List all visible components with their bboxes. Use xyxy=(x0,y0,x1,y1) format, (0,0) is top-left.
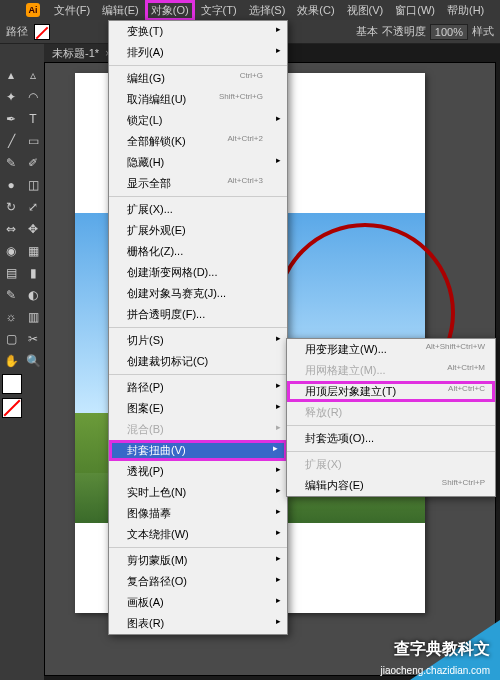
doc-title: 未标题-1* xyxy=(52,46,99,61)
menu-clip-mask[interactable]: 剪切蒙版(M) xyxy=(109,550,287,571)
slice-tool[interactable]: ✂ xyxy=(22,328,44,350)
submenu-edit-content[interactable]: 编辑内容(E)Shift+Ctrl+P xyxy=(287,475,495,496)
watermark-text: 查字典教科文 xyxy=(394,639,490,660)
menubar: Ai 文件(F) 编辑(E) 对象(O) 文字(T) 选择(S) 效果(C) 视… xyxy=(0,0,500,20)
menu-effect[interactable]: 效果(C) xyxy=(291,0,340,21)
brush-tool[interactable]: ✎ xyxy=(0,152,22,174)
menu-object[interactable]: 对象(O) xyxy=(145,0,195,21)
menu-graph[interactable]: 图表(R) xyxy=(109,613,287,634)
menu-expand[interactable]: 扩展(X)... xyxy=(109,199,287,220)
separator xyxy=(109,196,287,197)
menu-text-wrap[interactable]: 文本绕排(W) xyxy=(109,524,287,545)
width-tool[interactable]: ⇔ xyxy=(0,218,22,240)
menu-gradient-mesh[interactable]: 创建渐变网格(D)... xyxy=(109,262,287,283)
menu-arrange[interactable]: 排列(A) xyxy=(109,42,287,63)
shape-tool[interactable]: ◉ xyxy=(0,240,22,262)
eyedropper-tool[interactable]: ✎ xyxy=(0,284,22,306)
object-menu: 变换(T) 排列(A) 编组(G)Ctrl+G 取消编组(U)Shift+Ctr… xyxy=(108,20,288,635)
blob-tool[interactable]: ● xyxy=(0,174,22,196)
separator xyxy=(109,65,287,66)
type-tool[interactable]: T xyxy=(22,108,44,130)
menu-compound-path[interactable]: 复合路径(O) xyxy=(109,571,287,592)
eraser-tool[interactable]: ◫ xyxy=(22,174,44,196)
separator xyxy=(109,547,287,548)
menu-ungroup[interactable]: 取消编组(U)Shift+Ctrl+G xyxy=(109,89,287,110)
separator xyxy=(287,451,495,452)
rotate-tool[interactable]: ↻ xyxy=(0,196,22,218)
fill-color[interactable] xyxy=(2,374,22,394)
app-window: Ai 文件(F) 编辑(E) 对象(O) 文字(T) 选择(S) 效果(C) 视… xyxy=(0,0,500,680)
submenu-make-warp[interactable]: 用变形建立(W)...Alt+Shift+Ctrl+W xyxy=(287,339,495,360)
zoom-tool[interactable]: 🔍 xyxy=(22,350,44,372)
graph-tool[interactable]: ▥ xyxy=(22,306,44,328)
submenu-make-top-object[interactable]: 用顶层对象建立(T)Alt+Ctrl+C xyxy=(287,381,495,402)
perspective-tool[interactable]: ▦ xyxy=(22,240,44,262)
menu-window[interactable]: 窗口(W) xyxy=(389,0,441,21)
line-tool[interactable]: ╱ xyxy=(0,130,22,152)
menu-mosaic[interactable]: 创建对象马赛克(J)... xyxy=(109,283,287,304)
menu-image-trace[interactable]: 图像描摹 xyxy=(109,503,287,524)
free-tool[interactable]: ✥ xyxy=(22,218,44,240)
envelope-submenu: 用变形建立(W)...Alt+Shift+Ctrl+W 用网格建立(M)...A… xyxy=(286,338,496,497)
menu-artboard[interactable]: 画板(A) xyxy=(109,592,287,613)
fill-swatch[interactable] xyxy=(34,24,50,40)
wand-tool[interactable]: ✦ xyxy=(0,86,22,108)
separator xyxy=(109,374,287,375)
menu-flatten[interactable]: 拼合透明度(F)... xyxy=(109,304,287,325)
mesh-tool[interactable]: ▤ xyxy=(0,262,22,284)
menu-crop[interactable]: 创建裁切标记(C) xyxy=(109,351,287,372)
submenu-make-mesh[interactable]: 用网格建立(M)...Alt+Ctrl+M xyxy=(287,360,495,381)
menu-live-paint[interactable]: 实时上色(N) xyxy=(109,482,287,503)
separator xyxy=(109,327,287,328)
blend-tool[interactable]: ◐ xyxy=(22,284,44,306)
menu-pattern[interactable]: 图案(E) xyxy=(109,398,287,419)
direct-select-tool[interactable]: ▵ xyxy=(22,64,44,86)
menu-path[interactable]: 路径(P) xyxy=(109,377,287,398)
menu-type[interactable]: 文字(T) xyxy=(195,0,243,21)
menu-file[interactable]: 文件(F) xyxy=(48,0,96,21)
menu-perspective[interactable]: 透视(P) xyxy=(109,461,287,482)
menu-edit[interactable]: 编辑(E) xyxy=(96,0,145,21)
separator xyxy=(287,425,495,426)
symbol-tool[interactable]: ☼ xyxy=(0,306,22,328)
menu-select[interactable]: 选择(S) xyxy=(243,0,292,21)
artboard-tool[interactable]: ▢ xyxy=(0,328,22,350)
submenu-options[interactable]: 封套选项(O)... xyxy=(287,428,495,449)
tools-panel: ▴▵ ✦◠ ✒T ╱▭ ✎✐ ●◫ ↻⤢ ⇔✥ ◉▦ ▤▮ ✎◐ ☼▥ ▢✂ ✋… xyxy=(0,44,44,680)
submenu-release[interactable]: 释放(R) xyxy=(287,402,495,423)
basic-label: 基本 xyxy=(356,24,378,39)
menu-group[interactable]: 编组(G)Ctrl+G xyxy=(109,68,287,89)
pencil-tool[interactable]: ✐ xyxy=(22,152,44,174)
app-icon: Ai xyxy=(26,3,40,17)
menu-blend[interactable]: 混合(B) xyxy=(109,419,287,440)
menu-lock[interactable]: 锁定(L) xyxy=(109,110,287,131)
hand-tool[interactable]: ✋ xyxy=(0,350,22,372)
pen-tool[interactable]: ✒ xyxy=(0,108,22,130)
menu-showall[interactable]: 显示全部Alt+Ctrl+3 xyxy=(109,173,287,194)
selection-tool[interactable]: ▴ xyxy=(0,64,22,86)
path-label: 路径 xyxy=(6,24,28,39)
lasso-tool[interactable]: ◠ xyxy=(22,86,44,108)
style-label: 样式 xyxy=(472,24,494,39)
menu-unlock[interactable]: 全部解锁(K)Alt+Ctrl+2 xyxy=(109,131,287,152)
menu-envelope-distort[interactable]: 封套扭曲(V) xyxy=(109,440,287,461)
menu-help[interactable]: 帮助(H) xyxy=(441,0,490,21)
gradient-tool[interactable]: ▮ xyxy=(22,262,44,284)
menu-view[interactable]: 视图(V) xyxy=(341,0,390,21)
watermark-site: jiaocheng.chazidian.com xyxy=(380,665,490,676)
rect-tool[interactable]: ▭ xyxy=(22,130,44,152)
submenu-expand[interactable]: 扩展(X) xyxy=(287,454,495,475)
opacity-value[interactable]: 100% xyxy=(430,24,468,40)
menu-rasterize[interactable]: 栅格化(Z)... xyxy=(109,241,287,262)
stroke-color[interactable] xyxy=(2,398,22,418)
menu-hide[interactable]: 隐藏(H) xyxy=(109,152,287,173)
scale-tool[interactable]: ⤢ xyxy=(22,196,44,218)
menu-slice[interactable]: 切片(S) xyxy=(109,330,287,351)
opacity-label: 不透明度 xyxy=(382,24,426,39)
menu-transform[interactable]: 变换(T) xyxy=(109,21,287,42)
menu-expand-appearance[interactable]: 扩展外观(E) xyxy=(109,220,287,241)
